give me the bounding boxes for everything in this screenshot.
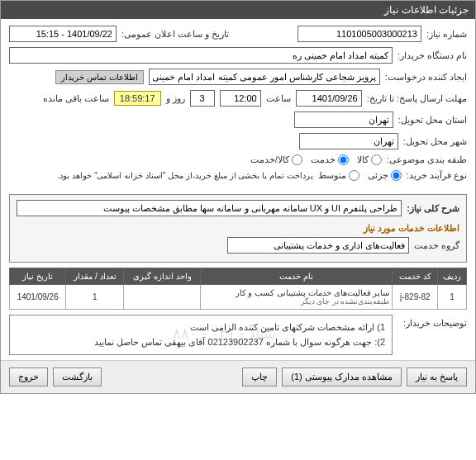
province-label: استان محل تحویل: xyxy=(398,115,467,126)
process-note: پرداخت تمام یا بخشی از مبلغ خرید،از محل … xyxy=(58,171,313,180)
window-title: جزئیات اطلاعات نیاز xyxy=(384,4,469,16)
th-date: تاریخ نیاز xyxy=(10,268,66,285)
process-radio-group: جزئی متوسط xyxy=(318,170,402,181)
radio-medium[interactable]: متوسط xyxy=(318,170,359,181)
th-code: کد خدمت xyxy=(393,268,438,285)
attachments-button[interactable]: مشاهده مدارک پیوستی (1) xyxy=(282,368,402,386)
city-field[interactable] xyxy=(299,133,398,149)
services-header: اطلاعات خدمات مورد نیاز xyxy=(17,220,459,237)
buyer-notes-wrap: توضیحات خریدار: 1) ارائه مشخصات شرکتهای … xyxy=(9,315,467,355)
services-table: ردیف کد خدمت نام خدمت واحد اندازه گیری ت… xyxy=(9,268,467,310)
remaining-suffix: ساعت باقی مانده xyxy=(43,93,109,104)
time-label-1: ساعت xyxy=(266,93,291,104)
notes-line-2: 2): جهت هرگونه سوال با شماره 02123902237… xyxy=(17,335,385,350)
class-label: طبقه بندی موضوعی: xyxy=(387,154,467,165)
days-label: روز و xyxy=(166,93,185,104)
cell-code: 829-82-j xyxy=(393,285,438,310)
notes-line-1: 1) ارائه مشخصات شرکتهای تامین کننده الزا… xyxy=(17,320,385,335)
radio-both[interactable]: کالا/خدمت xyxy=(250,154,302,165)
radio-service[interactable]: خدمت xyxy=(311,154,349,165)
device-name-field[interactable] xyxy=(9,47,393,64)
announce-dt-field[interactable] xyxy=(9,26,117,42)
services-table-wrap: ردیف کد خدمت نام خدمت واحد اندازه گیری ت… xyxy=(1,268,475,310)
overview-label: شرح کلی نیاز: xyxy=(407,203,459,214)
countdown-timer: 18:59:17 xyxy=(114,91,161,106)
deadline-label: مهلت ارسال پاسخ: تا تاریخ: xyxy=(367,93,467,104)
deadline-date-field[interactable] xyxy=(296,90,362,107)
group-field[interactable] xyxy=(227,237,409,254)
titlebar: جزئیات اطلاعات نیاز xyxy=(1,1,475,19)
table-row[interactable]: 1 829-82-j سایر فعالیت‌های خدمات پشتیبان… xyxy=(10,285,467,310)
creator-field[interactable] xyxy=(149,69,380,85)
cell-name: سایر فعالیت‌های خدمات پشتیبانی کسب و کار… xyxy=(201,285,393,310)
cell-idx: 1 xyxy=(438,285,467,310)
cell-unit xyxy=(124,285,201,310)
table-header-row: ردیف کد خدمت نام خدمت واحد اندازه گیری ت… xyxy=(10,268,467,285)
back-button[interactable]: بازگشت xyxy=(53,368,102,386)
inner-panel: شرح کلی نیاز: اطلاعات خدمات مورد نیاز گر… xyxy=(9,194,467,263)
th-unit: واحد اندازه گیری xyxy=(124,268,201,285)
th-qty: تعداد / مقدار xyxy=(66,268,124,285)
group-label: گروه خدمت xyxy=(414,240,459,251)
class-radio-group: کالا خدمت کالا/خدمت xyxy=(250,154,382,165)
need-no-label: شماره نیاز: xyxy=(426,29,467,40)
exit-button[interactable]: خروج xyxy=(9,368,48,386)
contact-info-button[interactable]: اطلاعات تماس خریدار xyxy=(55,70,144,84)
days-remaining-field[interactable] xyxy=(190,90,215,107)
device-name-label: نام دستگاه خریدار: xyxy=(397,50,467,61)
buyer-notes-label: توضیحات خریدار: xyxy=(397,315,467,329)
footer-buttons: پاسخ به نیاز مشاهده مدارک پیوستی (1) چاپ… xyxy=(1,360,475,393)
cell-qty: 1 xyxy=(66,285,124,310)
window: جزئیات اطلاعات نیاز شماره نیاز: تاریخ و … xyxy=(0,0,476,394)
form-section: شماره نیاز: تاریخ و ساعت اعلان عمومی: نا… xyxy=(1,19,475,189)
province-field[interactable] xyxy=(294,111,393,128)
print-button[interactable]: چاپ xyxy=(242,368,277,386)
creator-label: ایجاد کننده درخواست: xyxy=(385,72,467,83)
radio-goods[interactable]: کالا xyxy=(357,154,382,165)
need-no-field[interactable] xyxy=(298,26,421,42)
radio-partial[interactable]: جزئی xyxy=(368,170,402,181)
process-label: نوع فرآیند خرید: xyxy=(407,170,467,181)
cell-date: 1401/09/26 xyxy=(10,285,66,310)
th-idx: ردیف xyxy=(438,268,467,285)
overview-field[interactable] xyxy=(17,200,402,216)
city-label: شهر محل تحویل: xyxy=(403,136,467,147)
reply-button[interactable]: پاسخ به نیاز xyxy=(407,368,467,386)
deadline-time-field[interactable] xyxy=(220,90,261,107)
announce-dt-label: تاریخ و ساعت اعلان عمومی: xyxy=(121,29,229,40)
buyer-notes-box: 1) ارائه مشخصات شرکتهای تامین کننده الزا… xyxy=(9,315,393,355)
th-name: نام خدمت xyxy=(201,268,393,285)
